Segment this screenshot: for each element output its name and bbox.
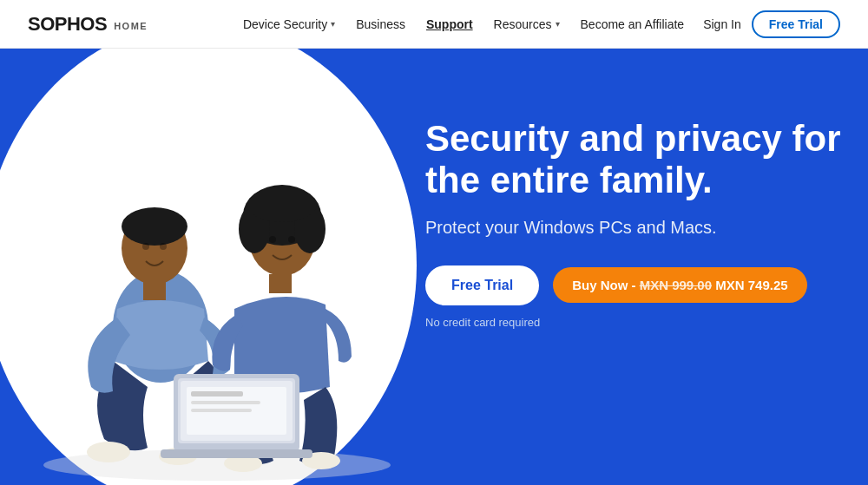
nav-item-affiliate[interactable]: Become an Affiliate [572,12,694,36]
hero-section: Security and privacy for the entire fami… [0,49,868,485]
nav-item-support[interactable]: Support [418,12,482,36]
hero-buy-now-button[interactable]: Buy Now - MXN 999.00 MXN 749.25 [553,267,806,303]
buy-now-prefix: Buy Now - [572,278,640,292]
logo[interactable]: SOPHOS HOME [28,13,148,36]
nav-link-device-security[interactable]: Device Security ▾ [234,12,344,36]
nav-links: Device Security ▾ Business Support Resou… [234,12,693,36]
logo-sophos: SOPHOS [28,13,107,36]
svg-point-5 [160,243,167,250]
nav-item-resources[interactable]: Resources ▾ [485,12,569,36]
svg-rect-25 [191,409,252,412]
hero-image [26,66,408,482]
chevron-down-icon: ▾ [556,19,560,29]
svg-point-13 [247,187,317,222]
no-credit-card-text: No credit card required [425,316,851,329]
hero-content: Security and privacy for the entire fami… [425,118,851,329]
nav-link-affiliate[interactable]: Become an Affiliate [572,12,694,36]
svg-rect-24 [191,401,260,404]
svg-rect-16 [269,274,292,293]
svg-rect-23 [191,391,243,397]
navbar: SOPHOS HOME Device Security ▾ Business S… [0,0,868,49]
nav-link-support[interactable]: Support [418,12,482,36]
svg-rect-6 [143,281,166,300]
chevron-down-icon: ▾ [331,19,335,29]
nav-signin-link[interactable]: Sign In [693,12,752,36]
nav-link-business[interactable]: Business [347,12,414,36]
hero-heading: Security and privacy for the entire fami… [425,118,851,202]
nav-free-trial-button[interactable]: Free Trial [752,10,840,38]
svg-rect-26 [161,449,312,458]
nav-item-business[interactable]: Business [347,12,414,36]
sale-price: MXN 749.25 [715,278,787,292]
original-price: MXN 999.00 [640,278,712,292]
svg-point-7 [87,442,130,462]
svg-point-3 [122,207,187,246]
svg-point-4 [142,243,149,250]
logo-home: HOME [114,21,148,31]
nav-link-resources[interactable]: Resources ▾ [485,12,569,36]
svg-point-15 [288,236,295,243]
couple-svg [26,66,408,482]
svg-point-14 [269,236,276,243]
nav-item-device-security[interactable]: Device Security ▾ [234,12,344,36]
hero-buttons: Free Trial Buy Now - MXN 999.00 MXN 749.… [425,265,851,305]
hero-free-trial-button[interactable]: Free Trial [425,265,539,305]
hero-subtext: Protect your Windows PCs and Macs. [425,218,851,238]
